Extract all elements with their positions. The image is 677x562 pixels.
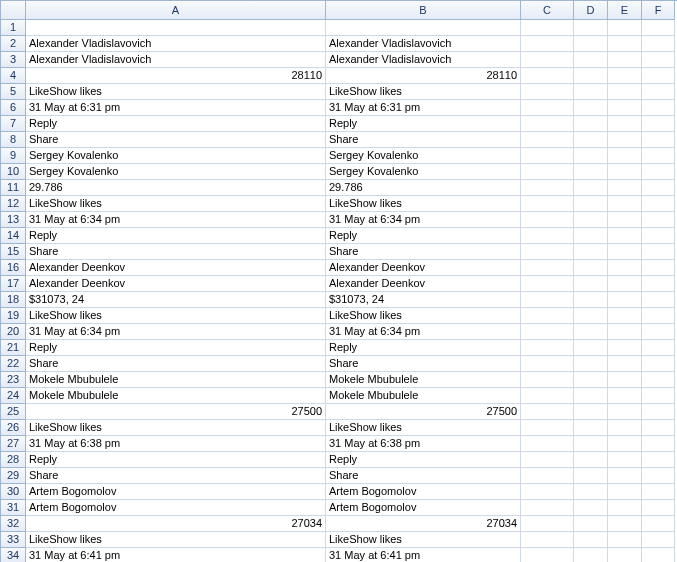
cell-e28[interactable] (608, 452, 642, 468)
row-header-34[interactable]: 34 (1, 548, 26, 562)
cell-d15[interactable] (574, 244, 608, 260)
cell-b32[interactable]: 27034 (326, 516, 521, 532)
cell-f27[interactable] (642, 436, 675, 452)
cell-d29[interactable] (574, 468, 608, 484)
cell-d27[interactable] (574, 436, 608, 452)
cell-e12[interactable] (608, 196, 642, 212)
cell-a26[interactable]: LikeShow likes (26, 420, 326, 436)
cell-b5[interactable]: LikeShow likes (326, 84, 521, 100)
cell-d23[interactable] (574, 372, 608, 388)
cell-b26[interactable]: LikeShow likes (326, 420, 521, 436)
cell-e1[interactable] (608, 20, 642, 36)
cell-d21[interactable] (574, 340, 608, 356)
cell-d1[interactable] (574, 20, 608, 36)
cell-c1[interactable] (521, 20, 574, 36)
row-header-5[interactable]: 5 (1, 84, 26, 100)
cell-f24[interactable] (642, 388, 675, 404)
column-header-d[interactable]: D (574, 1, 608, 20)
cell-f26[interactable] (642, 420, 675, 436)
cell-d19[interactable] (574, 308, 608, 324)
cell-c12[interactable] (521, 196, 574, 212)
cell-a6[interactable]: 31 May at 6:31 pm (26, 100, 326, 116)
cell-c21[interactable] (521, 340, 574, 356)
cell-b11[interactable]: 29.786 (326, 180, 521, 196)
cell-b25[interactable]: 27500 (326, 404, 521, 420)
row-header-11[interactable]: 11 (1, 180, 26, 196)
cell-d32[interactable] (574, 516, 608, 532)
cell-f25[interactable] (642, 404, 675, 420)
cell-e31[interactable] (608, 500, 642, 516)
cell-c15[interactable] (521, 244, 574, 260)
cell-f11[interactable] (642, 180, 675, 196)
select-all-corner[interactable] (1, 1, 26, 20)
cell-b28[interactable]: Reply (326, 452, 521, 468)
cell-e17[interactable] (608, 276, 642, 292)
cell-d25[interactable] (574, 404, 608, 420)
cell-b23[interactable]: Mokele Mbubulele (326, 372, 521, 388)
cell-d14[interactable] (574, 228, 608, 244)
cell-d17[interactable] (574, 276, 608, 292)
cell-c33[interactable] (521, 532, 574, 548)
row-header-17[interactable]: 17 (1, 276, 26, 292)
cell-e20[interactable] (608, 324, 642, 340)
cell-b16[interactable]: Alexander Deenkov (326, 260, 521, 276)
cell-e18[interactable] (608, 292, 642, 308)
cell-e13[interactable] (608, 212, 642, 228)
cell-d10[interactable] (574, 164, 608, 180)
cell-f20[interactable] (642, 324, 675, 340)
row-header-7[interactable]: 7 (1, 116, 26, 132)
row-header-13[interactable]: 13 (1, 212, 26, 228)
cell-a3[interactable]: Alexander Vladislavovich (26, 52, 326, 68)
cell-c17[interactable] (521, 276, 574, 292)
cell-d9[interactable] (574, 148, 608, 164)
cell-c8[interactable] (521, 132, 574, 148)
cell-a27[interactable]: 31 May at 6:38 pm (26, 436, 326, 452)
cell-c7[interactable] (521, 116, 574, 132)
cell-b15[interactable]: Share (326, 244, 521, 260)
cell-f34[interactable] (642, 548, 675, 562)
cell-f30[interactable] (642, 484, 675, 500)
cell-d31[interactable] (574, 500, 608, 516)
cell-b31[interactable]: Artem Bogomolov (326, 500, 521, 516)
cell-c30[interactable] (521, 484, 574, 500)
cell-e14[interactable] (608, 228, 642, 244)
cell-c32[interactable] (521, 516, 574, 532)
cell-d3[interactable] (574, 52, 608, 68)
cell-a13[interactable]: 31 May at 6:34 pm (26, 212, 326, 228)
row-header-29[interactable]: 29 (1, 468, 26, 484)
cell-c10[interactable] (521, 164, 574, 180)
cell-c34[interactable] (521, 548, 574, 562)
cell-e26[interactable] (608, 420, 642, 436)
cell-b21[interactable]: Reply (326, 340, 521, 356)
cell-a5[interactable]: LikeShow likes (26, 84, 326, 100)
row-header-15[interactable]: 15 (1, 244, 26, 260)
cell-a30[interactable]: Artem Bogomolov (26, 484, 326, 500)
cell-e19[interactable] (608, 308, 642, 324)
row-header-6[interactable]: 6 (1, 100, 26, 116)
cell-d26[interactable] (574, 420, 608, 436)
cell-a16[interactable]: Alexander Deenkov (26, 260, 326, 276)
row-header-24[interactable]: 24 (1, 388, 26, 404)
cell-b20[interactable]: 31 May at 6:34 pm (326, 324, 521, 340)
cell-d34[interactable] (574, 548, 608, 562)
cell-e4[interactable] (608, 68, 642, 84)
cell-f7[interactable] (642, 116, 675, 132)
cell-c22[interactable] (521, 356, 574, 372)
cell-f16[interactable] (642, 260, 675, 276)
cell-a32[interactable]: 27034 (26, 516, 326, 532)
cell-f12[interactable] (642, 196, 675, 212)
cell-d30[interactable] (574, 484, 608, 500)
cell-b7[interactable]: Reply (326, 116, 521, 132)
cell-f31[interactable] (642, 500, 675, 516)
cell-e29[interactable] (608, 468, 642, 484)
cell-b17[interactable]: Alexander Deenkov (326, 276, 521, 292)
cell-f17[interactable] (642, 276, 675, 292)
cell-a25[interactable]: 27500 (26, 404, 326, 420)
cell-b1[interactable] (326, 20, 521, 36)
cell-b27[interactable]: 31 May at 6:38 pm (326, 436, 521, 452)
cell-a19[interactable]: LikeShow likes (26, 308, 326, 324)
cell-e25[interactable] (608, 404, 642, 420)
column-header-c[interactable]: C (521, 1, 574, 20)
cell-d2[interactable] (574, 36, 608, 52)
cell-a22[interactable]: Share (26, 356, 326, 372)
